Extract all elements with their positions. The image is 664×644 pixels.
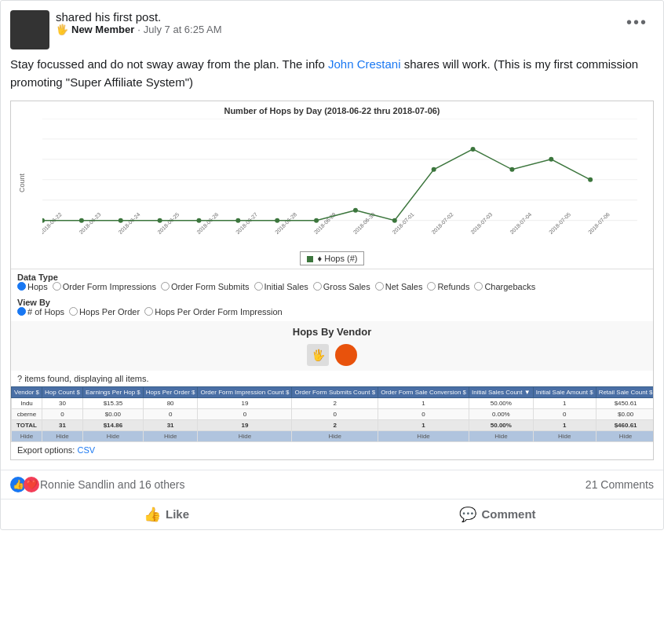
data-type-options: Hops Order Form Impressions Order Form S… (17, 282, 647, 291)
legend-dot (307, 256, 313, 262)
post-meta: shared his first post. 🖐 New Member · Ju… (56, 10, 222, 35)
radio-chargebacks[interactable]: Chargebacks (474, 282, 535, 291)
td-retail-count: $0.00 (596, 408, 653, 419)
td-earnings: $15.35 (82, 397, 143, 408)
svg-point-32 (235, 218, 240, 223)
th-hop-count: Hop Count $ (42, 386, 83, 397)
th-ofi: Order Form Impression Count $ (198, 386, 292, 397)
td-ofs: 2 (292, 397, 378, 408)
view-by-label: View By (17, 298, 50, 307)
hops-by-vendor-title: Hops By Vendor (11, 321, 653, 341)
svg-point-29 (119, 218, 123, 223)
post-text: Stay focussed and do not sway away from … (10, 56, 654, 91)
hand-icon: 🖐 (56, 24, 68, 35)
john-crestani-link[interactable]: John Crestani (328, 57, 401, 71)
post-header: shared his first post. 🖐 New Member · Ju… (1, 1, 663, 49)
more-options-button[interactable]: ••• (620, 10, 654, 35)
td-hide-2: Hide (42, 430, 83, 441)
td-total-label: TOTAL (12, 419, 42, 430)
td-initial-amount: 1 (533, 397, 596, 408)
avatar (10, 10, 49, 49)
td-total-hpo: 31 (143, 419, 198, 430)
radio-is-circle (254, 282, 263, 291)
radio-gs-circle (313, 282, 322, 291)
svg-point-30 (158, 218, 162, 223)
th-hops-per-order: Hops Per Order $ (143, 386, 198, 397)
td-total-conv: 1 (378, 419, 469, 430)
table-hide-row: Hide Hide Hide Hide Hide Hide Hide Hide … (12, 430, 654, 441)
radio-net-sales[interactable]: Net Sales (375, 282, 423, 291)
td-total-ofs: 2 (292, 419, 378, 430)
reactions-left: 👍 ❤️ Ronnie Sandlin and 16 others (10, 477, 184, 492)
radio-order-form-impressions[interactable]: Order Form Impressions (53, 282, 156, 291)
chart-svg: 0 2 4 6 8 10 2018-06-22 2018-06-23 2018-… (42, 119, 637, 244)
svg-text:2018-07-01: 2018-07-01 (392, 211, 415, 235)
radio-initial-sales[interactable]: Initial Sales (254, 282, 308, 291)
radio-num-hops[interactable]: # of Hops (17, 307, 64, 317)
td-ofs: 0 (292, 408, 378, 419)
table-row: cberne 0 $0.00 0 0 0 0 0.00% 0 $0.00 0 $… (12, 408, 654, 419)
svg-point-39 (509, 167, 514, 172)
chart-legend-wrap: ♦ Hops (#) (11, 247, 653, 269)
svg-point-37 (432, 167, 436, 172)
reaction-icons: 👍 ❤️ (10, 477, 37, 492)
th-conversion: Order Form Sale Conversion $ (378, 386, 469, 397)
comment-icon: 💬 (459, 506, 476, 523)
svg-text:2018-07-05: 2018-07-05 (548, 211, 571, 235)
radio-ns-circle (375, 282, 384, 291)
radio-hops[interactable]: Hops (17, 282, 48, 291)
svg-point-31 (196, 218, 201, 223)
td-ofi: 0 (198, 408, 292, 419)
post-text-before: Stay focussed and do not sway away from … (10, 57, 328, 71)
like-button[interactable]: 👍 Like (1, 499, 332, 529)
td-hop-count: 0 (42, 408, 83, 419)
export-csv-link[interactable]: CSV (77, 445, 95, 455)
th-vendor: Vendor $ (12, 386, 42, 397)
td-retail-count: $450.61 (596, 397, 653, 408)
radio-hops-per-order[interactable]: Hops Per Order (69, 307, 140, 317)
shared-text: shared his first post. (56, 10, 222, 24)
td-hops-per-order: 0 (143, 408, 198, 419)
td-hide-8: Hide (469, 430, 534, 441)
th-retail-count: Retail Sale Count $ (596, 386, 653, 397)
td-hide-1: Hide (12, 430, 42, 441)
svg-point-36 (392, 218, 397, 223)
td-total-pct: 50.00% (469, 419, 534, 430)
td-hide-6: Hide (292, 430, 378, 441)
reactions-row: 👍 ❤️ Ronnie Sandlin and 16 others 21 Com… (1, 470, 663, 499)
td-ofi: 19 (198, 397, 292, 408)
radio-refunds[interactable]: Refunds (427, 282, 469, 291)
post-body: Stay focussed and do not sway away from … (1, 49, 663, 470)
comment-button[interactable]: 💬 Comment (332, 499, 663, 529)
td-hide-4: Hide (143, 430, 198, 441)
vendor-icon-1: 🖐 (307, 344, 329, 366)
like-label: Like (166, 507, 189, 521)
radio-hpofi-circle (144, 307, 153, 316)
radio-order-form-submits[interactable]: Order Form Submits (161, 282, 250, 291)
reactions-text: Ronnie Sandlin and 16 others (40, 478, 184, 491)
td-initial-count: 0.00% (469, 408, 534, 419)
svg-text:2018-07-06: 2018-07-06 (587, 211, 611, 235)
export-row: Export options: CSV (11, 442, 653, 459)
td-vendor: Indu (12, 397, 42, 408)
th-ofs: Order Form Submits Count $ (292, 386, 378, 397)
svg-text:2018-06-24: 2018-06-24 (117, 211, 140, 235)
action-buttons: 👍 Like 💬 Comment (1, 499, 663, 529)
svg-text:2018-06-25: 2018-06-25 (156, 211, 180, 235)
radio-r-circle (427, 282, 436, 291)
td-earnings: $0.00 (82, 408, 143, 419)
radio-gross-sales[interactable]: Gross Sales (313, 282, 370, 291)
new-member-row: 🖐 New Member · July 7 at 6:25 AM (56, 24, 222, 35)
td-hide-10: Hide (596, 430, 653, 441)
td-vendor: cberne (12, 408, 42, 419)
radio-hops-per-ofi[interactable]: Hops Per Order Form Impression (144, 307, 283, 317)
svg-point-28 (79, 218, 84, 223)
svg-point-40 (549, 157, 553, 162)
vendor-icons: 🖐 (11, 341, 653, 371)
radio-ofi-circle (53, 282, 61, 291)
y-axis-label: Count (18, 174, 26, 192)
td-initial-count: 50.00% (469, 397, 534, 408)
radio-ofs-circle (161, 282, 170, 291)
td-hide-3: Hide (82, 430, 143, 441)
table-section: ? items found, displaying all items. Ven… (11, 371, 653, 459)
